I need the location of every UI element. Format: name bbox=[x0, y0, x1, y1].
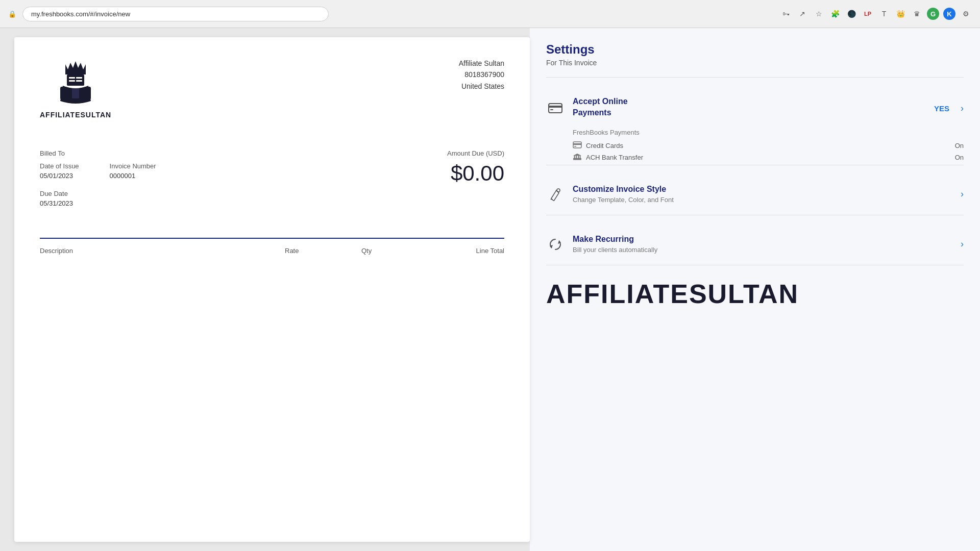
date-of-issue-field: Date of Issue 05/01/2023 Due Date 05/31/… bbox=[40, 162, 79, 207]
customize-arrow: › bbox=[961, 189, 964, 199]
bottom-divider bbox=[546, 265, 964, 265]
svg-point-22 bbox=[557, 189, 560, 192]
accept-payments-title: Accept Online bbox=[573, 97, 926, 106]
make-recurring-title: Make Recurring bbox=[573, 235, 952, 244]
share-icon[interactable]: ↗ bbox=[796, 8, 808, 20]
svg-rect-3 bbox=[76, 77, 82, 79]
honey-icon[interactable]: 👑 bbox=[894, 8, 906, 20]
amount-due-label: Amount Due (USD) bbox=[447, 149, 504, 157]
logo-image bbox=[45, 58, 106, 109]
make-recurring-item[interactable]: Make Recurring Bill your clients automat… bbox=[546, 226, 964, 263]
svg-rect-15 bbox=[573, 158, 581, 159]
amount-due-section: Amount Due (USD) $0.00 bbox=[447, 149, 504, 186]
invoice-panel: AFFILIATESULTAN Affiliate Sultan 8018367… bbox=[14, 37, 530, 542]
grammarly-icon[interactable]: G bbox=[927, 8, 939, 20]
svg-rect-16 bbox=[573, 159, 581, 160]
settings-subtitle: For This Invoice bbox=[546, 59, 964, 67]
svg-rect-14 bbox=[574, 146, 576, 147]
payments-icon bbox=[546, 99, 565, 117]
customize-subtitle: Change Template, Color, and Font bbox=[573, 196, 952, 204]
credit-cards-row: Credit Cards On bbox=[573, 141, 964, 150]
recurring-content: Make Recurring Bill your clients automat… bbox=[573, 235, 952, 254]
svg-rect-10 bbox=[549, 106, 562, 108]
due-date-label: Due Date bbox=[40, 190, 79, 197]
invoice-number-field: Invoice Number 0000001 bbox=[110, 162, 156, 207]
settings-top-divider bbox=[546, 77, 964, 78]
due-date-value: 05/31/2023 bbox=[40, 199, 79, 207]
extensions-icon[interactable]: ⚙ bbox=[960, 8, 972, 20]
payment-divider bbox=[546, 165, 964, 165]
credit-cards-status: On bbox=[955, 142, 964, 149]
translate-icon[interactable]: T bbox=[878, 8, 890, 20]
company-country: United States bbox=[459, 81, 504, 92]
browser-chrome: 🔒 my.freshbooks.com/#/invoice/new 🗝 ↗ ☆ … bbox=[0, 0, 980, 28]
billed-to-label: Billed To bbox=[40, 149, 156, 157]
invoice-table-header: Description Rate Qty Line Total bbox=[40, 238, 504, 255]
svg-rect-5 bbox=[76, 80, 82, 82]
svg-rect-7 bbox=[60, 87, 67, 99]
customize-title: Customize Invoice Style bbox=[573, 185, 952, 194]
credit-cards-label: Credit Cards bbox=[586, 142, 951, 149]
browser-toolbar: 🗝 ↗ ☆ 🧩 🌑 LP T 👑 ♛ G K ⚙ bbox=[780, 8, 972, 20]
svg-marker-0 bbox=[65, 61, 86, 74]
col-rate: Rate bbox=[285, 247, 361, 255]
accept-payments-value: YES bbox=[934, 104, 949, 113]
settings-title: Settings bbox=[546, 42, 964, 57]
invoice-details-section: Billed To Date of Issue 05/01/2023 Due D… bbox=[40, 149, 504, 207]
logo-text: AFFILIATESULTAN bbox=[40, 111, 111, 119]
invoice-header: AFFILIATESULTAN Affiliate Sultan 8018367… bbox=[40, 58, 504, 119]
ach-status: On bbox=[955, 154, 964, 161]
svg-rect-2 bbox=[69, 77, 75, 79]
date-of-issue-label: Date of Issue bbox=[40, 162, 79, 170]
recurring-arrow: › bbox=[961, 239, 964, 249]
customize-icon bbox=[546, 185, 565, 204]
customize-style-item[interactable]: Customize Invoice Style Change Template,… bbox=[546, 176, 964, 213]
svg-rect-11 bbox=[550, 109, 553, 110]
main-layout: AFFILIATESULTAN Affiliate Sultan 8018367… bbox=[0, 28, 980, 551]
invoice-number-value: 0000001 bbox=[110, 172, 156, 180]
lock-icon: 🔒 bbox=[8, 10, 16, 18]
crown-icon[interactable]: ♛ bbox=[911, 8, 923, 20]
amount-due-value: $0.00 bbox=[447, 161, 504, 186]
recurring-divider bbox=[546, 215, 964, 215]
invoice-number-label: Invoice Number bbox=[110, 162, 156, 170]
svg-marker-17 bbox=[573, 154, 581, 156]
svg-rect-4 bbox=[69, 80, 75, 82]
logo-area: AFFILIATESULTAN bbox=[40, 58, 111, 119]
accept-payments-arrow: › bbox=[961, 103, 964, 114]
url-bar[interactable]: my.freshbooks.com/#/invoice/new bbox=[22, 7, 329, 21]
company-info: Affiliate Sultan 8018367900 United State… bbox=[459, 58, 504, 92]
bank-icon bbox=[573, 153, 582, 162]
svg-rect-19 bbox=[576, 156, 577, 158]
lastpass-icon[interactable]: LP bbox=[862, 8, 874, 20]
accept-payments-title-2: Payments bbox=[573, 108, 926, 117]
col-description: Description bbox=[40, 247, 285, 255]
vpn-icon[interactable]: 🌑 bbox=[845, 8, 857, 20]
col-qty: Qty bbox=[361, 247, 423, 255]
date-of-issue-value: 05/01/2023 bbox=[40, 172, 79, 180]
credit-card-icon bbox=[573, 141, 582, 150]
svg-rect-8 bbox=[84, 87, 91, 99]
customize-content: Customize Invoice Style Change Template,… bbox=[573, 185, 952, 204]
key-icon[interactable]: 🗝 bbox=[780, 8, 792, 20]
svg-rect-21 bbox=[580, 156, 581, 158]
settings-sidebar: Settings For This Invoice Accept Online … bbox=[530, 28, 980, 551]
user-icon[interactable]: K bbox=[943, 8, 955, 20]
svg-rect-6 bbox=[72, 88, 79, 98]
svg-rect-13 bbox=[573, 143, 581, 145]
freshbooks-payments-label: FreshBooks Payments bbox=[573, 129, 964, 136]
ach-label: ACH Bank Transfer bbox=[586, 154, 951, 161]
make-recurring-subtitle: Bill your clients automatically bbox=[573, 246, 952, 254]
svg-rect-20 bbox=[578, 156, 579, 158]
svg-rect-18 bbox=[574, 156, 575, 158]
billed-to-section: Billed To Date of Issue 05/01/2023 Due D… bbox=[40, 149, 156, 207]
payments-content: Accept Online Payments bbox=[573, 97, 926, 119]
recurring-icon bbox=[546, 235, 565, 254]
accept-payments-item[interactable]: Accept Online Payments YES › bbox=[546, 88, 964, 129]
star-icon[interactable]: ☆ bbox=[813, 8, 825, 20]
payment-details: FreshBooks Payments Credit Cards On bbox=[546, 129, 964, 162]
sidebar-brand-logo: AFFILIATESULTAN bbox=[546, 281, 964, 307]
puzzle-icon[interactable]: 🧩 bbox=[829, 8, 841, 20]
col-line-total: Line Total bbox=[423, 247, 504, 255]
svg-rect-9 bbox=[549, 104, 562, 113]
